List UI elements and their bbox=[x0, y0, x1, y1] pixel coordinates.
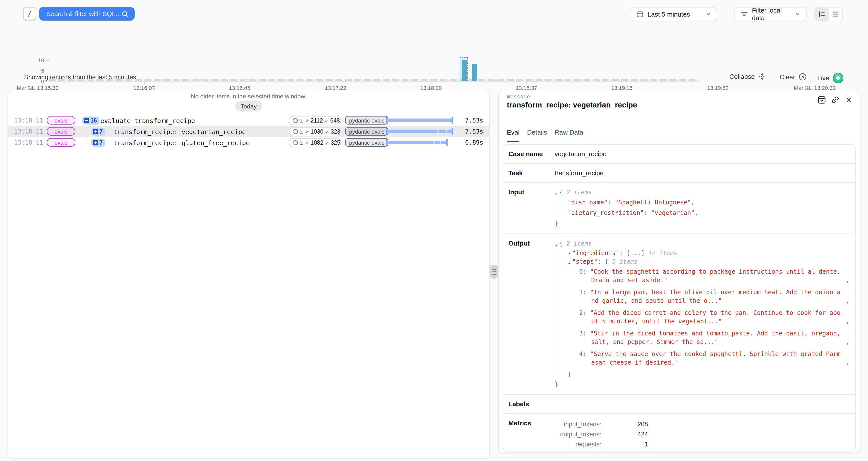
tab-details[interactable]: Details bbox=[527, 128, 547, 142]
duration-label: 7.53s bbox=[465, 117, 483, 124]
items-count-meta: 2 items bbox=[566, 189, 592, 196]
items-count-meta: 2 items bbox=[566, 240, 592, 247]
task-label: Task bbox=[508, 169, 555, 177]
array-item: 2: "Add the diced carrot and celery to t… bbox=[579, 309, 850, 326]
json-string-value: "vegetarian" bbox=[651, 209, 694, 216]
metric-line: input_tokens: 208 bbox=[555, 419, 648, 429]
view-mode-toggle bbox=[814, 7, 843, 21]
gantt-bar[interactable] bbox=[386, 139, 447, 146]
input-tokens-arrow-icon: ↗ bbox=[305, 118, 309, 123]
output-tokens-arrow-icon: ↙ bbox=[324, 118, 329, 123]
chevron-right-icon[interactable]: › bbox=[568, 249, 572, 257]
output-tokens-count: 648 bbox=[330, 118, 340, 124]
collapse-icon bbox=[758, 73, 766, 80]
collapse-spans-icon[interactable]: − bbox=[84, 118, 89, 123]
search-button[interactable]: Search & filter with SQL... bbox=[39, 7, 135, 21]
gantt-bar[interactable] bbox=[386, 128, 453, 134]
live-status-icon bbox=[833, 73, 843, 83]
expand-spans-icon[interactable]: + bbox=[93, 129, 98, 134]
span-count-badge[interactable]: + 7 bbox=[91, 128, 105, 135]
token-usage-pill: Σ ↗ 1082 ↙ 325 bbox=[289, 138, 341, 147]
live-toggle-label: Live bbox=[817, 74, 829, 82]
trace-row[interactable]: 13:18:11 evals + 7 transform_recipe: glu… bbox=[8, 137, 489, 148]
span-name[interactable]: transform_recipe: vegetarian_recipe bbox=[114, 128, 246, 135]
span-count-badge[interactable]: − 16 bbox=[82, 117, 99, 125]
service-badge: evals bbox=[47, 116, 75, 125]
input-tokens-count: 1030 bbox=[310, 128, 323, 134]
panel-resize-handle[interactable] bbox=[490, 265, 498, 279]
y-axis-tick: 10 bbox=[30, 57, 44, 63]
output-json-tree[interactable]: ⌄{ 2 items ›"ingredients": [...] 12 item… bbox=[555, 240, 850, 389]
trace-row[interactable]: 13:18:11 evals + 7 transform_recipe: veg… bbox=[8, 126, 489, 137]
colon: : bbox=[608, 199, 615, 206]
tag-badge: pydantic-evals bbox=[345, 116, 389, 125]
collapsed-array[interactable]: [...] bbox=[627, 250, 645, 256]
filter-local-data-dropdown[interactable]: Filter local data bbox=[734, 7, 807, 21]
span-count: 16 bbox=[90, 118, 97, 124]
span-name[interactable]: transform_recipe: gluten_free_recipe bbox=[114, 139, 250, 147]
metric-line: requests: 1 bbox=[555, 439, 648, 450]
metric-line: output_tokens: 424 bbox=[555, 429, 648, 439]
close-bracket: ] bbox=[568, 371, 571, 378]
input-label: Input bbox=[508, 188, 555, 228]
ingredients-node[interactable]: ›"ingredients": [...] 12 items bbox=[568, 249, 850, 257]
search-button-label: Search & filter with SQL... bbox=[46, 10, 122, 18]
json-key: "dietary_restriction" bbox=[568, 209, 644, 216]
array-item: 4: "Serve the sauce over the cooked spag… bbox=[579, 350, 850, 367]
clear-button-label: Clear bbox=[780, 73, 795, 81]
live-view: / Search & filter with SQL... Last 5 min… bbox=[0, 0, 868, 461]
output-label: Output bbox=[508, 240, 555, 389]
close-icon[interactable]: ✕ bbox=[844, 95, 853, 104]
comma: , bbox=[846, 297, 849, 305]
items-count-meta: 5 items bbox=[612, 258, 638, 265]
task-row: Task transform_recipe bbox=[503, 164, 856, 183]
json-string-value: "Spaghetti Bolognese" bbox=[615, 199, 691, 206]
service-badge: evals bbox=[47, 138, 75, 147]
output-tokens-count: 323 bbox=[331, 128, 340, 134]
dock-panel-icon[interactable] bbox=[817, 95, 826, 104]
comma: , bbox=[846, 338, 849, 346]
input-json-tree[interactable]: ⌄{ 2 items "dish_name": "Spaghetti Bolog… bbox=[555, 188, 850, 228]
span-name[interactable]: evaluate transform_recipe bbox=[100, 117, 195, 125]
copy-link-icon[interactable] bbox=[831, 95, 839, 104]
steps-node[interactable]: ⌄"steps": [ 5 items bbox=[568, 257, 850, 266]
colon: : bbox=[619, 250, 627, 256]
tab-eval[interactable]: Eval bbox=[507, 128, 520, 142]
showing-records-text: Showing records from the last 5 minutes bbox=[24, 74, 136, 81]
json-string-value: "Stir in the diced tomatoes and tomato p… bbox=[590, 330, 840, 345]
metrics-table: input_tokens: 208 output_tokens: 424 req… bbox=[555, 419, 648, 450]
eval-fields-card: Case name vegetarian_recipe Task transfo… bbox=[503, 144, 856, 452]
labels-label: Labels bbox=[508, 400, 555, 408]
expand-spans-icon[interactable]: + bbox=[93, 140, 98, 145]
collapse-button-label: Collapse bbox=[730, 73, 755, 80]
comma: , bbox=[846, 317, 849, 326]
tree-view-toggle[interactable] bbox=[815, 7, 829, 21]
colon: : bbox=[583, 309, 590, 316]
y-tick-mark bbox=[46, 60, 49, 61]
list-view-toggle[interactable] bbox=[829, 7, 842, 21]
json-key: "dish_name" bbox=[568, 199, 608, 206]
search-icon bbox=[122, 10, 129, 17]
live-toggle[interactable]: Live bbox=[817, 73, 843, 83]
tab-raw-data[interactable]: Raw Data bbox=[555, 128, 583, 142]
open-brace: { bbox=[559, 240, 563, 247]
chevron-down-icon[interactable]: ⌄ bbox=[555, 240, 559, 248]
trace-timestamp: 13:18:11 bbox=[14, 139, 43, 146]
gantt-bar[interactable] bbox=[386, 117, 453, 124]
span-count-badge[interactable]: + 7 bbox=[91, 139, 105, 147]
token-coin-icon bbox=[292, 118, 299, 124]
time-range-dropdown[interactable]: Last 5 minutes bbox=[630, 7, 717, 21]
metric-name: input_tokens: bbox=[555, 419, 601, 429]
clear-button[interactable]: Clear bbox=[780, 73, 807, 81]
chevron-down-icon[interactable]: ⌄ bbox=[555, 188, 559, 197]
json-string-value: "Cook the spaghetti according to package… bbox=[590, 268, 840, 284]
chevron-down-icon[interactable]: ⌄ bbox=[568, 257, 572, 266]
timeline-chart[interactable]: 10 5 0 Mar 31. 13:15:30 13:16:07 13:16:4… bbox=[0, 26, 868, 65]
collapse-button[interactable]: Collapse bbox=[730, 73, 766, 80]
token-coin-icon bbox=[292, 128, 299, 134]
filter-label: Filter local data bbox=[752, 6, 791, 22]
trace-row[interactable]: 13:18:11 evals − 16 evaluate transform_r… bbox=[8, 115, 489, 126]
filter-icon bbox=[741, 10, 748, 18]
trace-timestamp: 13:18:11 bbox=[14, 128, 43, 135]
json-string-value: "Serve the sauce over the cooked spaghet… bbox=[590, 350, 840, 366]
